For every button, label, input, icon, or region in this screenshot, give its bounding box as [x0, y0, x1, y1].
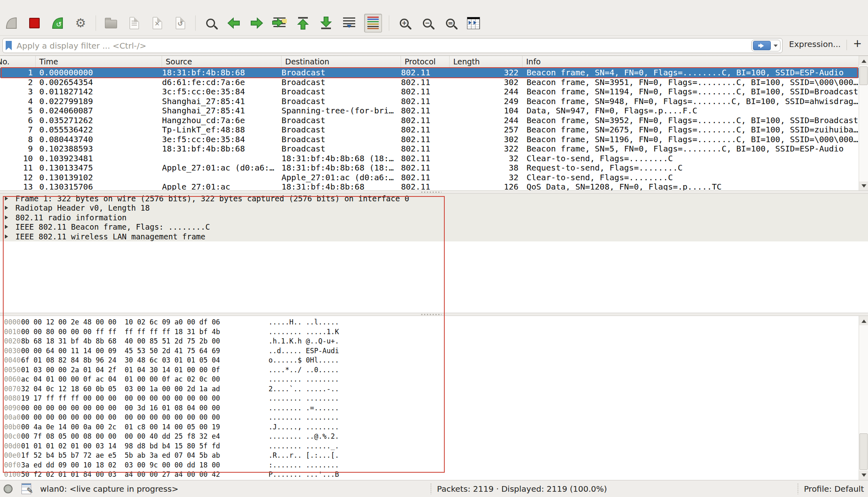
expand-arrow-icon[interactable] — [5, 215, 10, 220]
hex-row[interactable]: 00b0 00 4a 0e 14 00 0a 00 2c 01 c8 00 14… — [0, 422, 847, 432]
scroll-down-icon[interactable] — [859, 471, 868, 480]
apply-filter-button[interactable] — [753, 41, 771, 50]
zoom-in-icon[interactable]: + — [396, 15, 412, 31]
expand-arrow-icon[interactable] — [5, 225, 10, 229]
menu-item[interactable] — [106, 5, 117, 6]
scroll-up-icon[interactable] — [859, 56, 868, 65]
zoom-out-icon[interactable]: − — [419, 15, 435, 31]
column-header-time[interactable]: Time — [36, 56, 162, 68]
resize-columns-icon[interactable] — [465, 15, 482, 31]
packet-row[interactable]: 11 0.130133475 Apple_27:01:ac (d0:a6:… 1… — [0, 163, 859, 173]
scrollbar-thumb[interactable] — [859, 433, 868, 470]
packet-row[interactable]: 4 0.022799189 Shanghai_27:85:41 Broadcas… — [0, 97, 859, 107]
expand-arrow-icon[interactable] — [5, 196, 10, 201]
scroll-down-icon[interactable] — [859, 181, 868, 190]
hex-row[interactable]: 0070 32 04 0c 12 18 60 0b 05 03 00 1a 00… — [0, 384, 847, 394]
scrollbar-thumb[interactable] — [859, 66, 868, 85]
last-packet-icon[interactable] — [318, 15, 334, 31]
restart-capture-icon[interactable]: ↺ — [49, 15, 66, 31]
capture-comment-icon[interactable] — [21, 483, 31, 494]
detail-tree-row[interactable]: IEEE 802.11 wireless LAN management fram… — [0, 232, 868, 241]
packet-row[interactable]: 7 0.055536422 Tp-LinkT_ef:48:88 Broadcas… — [0, 125, 859, 135]
zoom-reset-icon[interactable]: = — [442, 15, 459, 31]
hex-row[interactable]: 00e0 1f 52 b4 b5 b7 72 ae e5 5b ab 3a ed… — [0, 451, 847, 461]
column-header-protocol[interactable]: Protocol — [401, 56, 450, 68]
menu-bar — [0, 0, 868, 11]
packet-row[interactable]: 3 0.011827142 3c:f5:cc:0e:35:84 Broadcas… — [0, 87, 859, 97]
start-capture-icon[interactable] — [3, 15, 19, 31]
packet-row[interactable]: 1 0.000000000 18:31:bf:4b:8b:68 Broadcas… — [0, 68, 859, 78]
close-file-icon[interactable]: ✕ — [149, 15, 165, 31]
hex-row[interactable]: 0030 00 00 64 00 11 14 00 09 45 53 50 2d… — [0, 346, 847, 356]
hex-row[interactable]: 00c0 00 7f 08 05 00 08 00 00 00 00 40 dd… — [0, 432, 847, 442]
hex-row[interactable]: 0100 50 f2 02 01 01 84 00 03 a4 00 00 27… — [0, 470, 847, 480]
detail-tree-row[interactable]: 802.11 radio information — [0, 213, 868, 222]
packet-row[interactable]: 6 0.035271262 Hangzhou_cd:7a:6e Broadcas… — [0, 116, 859, 126]
hex-row[interactable]: 00a0 00 00 00 00 00 00 00 00 00 00 00 00… — [0, 413, 847, 422]
menu-item[interactable] — [75, 5, 85, 6]
detail-tree-row[interactable]: IEEE 802.11 Beacon frame, Flags: .......… — [0, 222, 868, 232]
packet-row[interactable]: 5 0.024060087 Shanghai_27:85:41 Spanning… — [0, 106, 859, 116]
colorize-icon[interactable] — [364, 14, 382, 32]
pane-splitter[interactable] — [0, 190, 868, 194]
hex-scrollbar[interactable] — [859, 316, 868, 480]
hex-row[interactable]: 0040 6f 01 08 82 84 8b 96 24 30 48 6c 03… — [0, 356, 847, 365]
hex-row[interactable]: 0020 8b 68 18 31 bf 4b 8b 68 40 00 85 51… — [0, 337, 847, 346]
auto-scroll-icon[interactable] — [341, 15, 357, 31]
menu-item[interactable] — [64, 5, 75, 6]
packet-row[interactable]: 10 0.103923481 18:31:bf:4b:8b:68 (18:… 8… — [0, 154, 859, 164]
column-header-source[interactable]: Source — [162, 56, 282, 68]
filter-bookmark-icon[interactable] — [6, 41, 12, 50]
scroll-up-icon[interactable] — [859, 316, 868, 325]
menu-item[interactable] — [11, 5, 22, 6]
menu-item[interactable] — [1, 5, 11, 6]
expand-arrow-icon[interactable] — [5, 206, 10, 210]
menu-item[interactable] — [32, 5, 43, 6]
previous-packet-icon[interactable] — [226, 15, 242, 31]
add-filter-button[interactable]: + — [853, 37, 862, 49]
pane-splitter[interactable] — [0, 313, 868, 316]
statusbar-separator — [431, 484, 431, 494]
expert-info-icon[interactable] — [4, 484, 13, 493]
detail-tree-row[interactable]: Radiotap Header v0, Length 18 — [0, 203, 868, 213]
filter-history-dropdown-icon[interactable] — [774, 45, 778, 49]
column-header-length[interactable]: Length — [450, 56, 523, 68]
hex-row[interactable]: 0060 ac 04 01 00 00 0f ac 04 01 00 00 0f… — [0, 375, 847, 384]
packet-bytes-pane: 0000 00 00 12 00 2e 48 00 00 10 02 6c 09… — [0, 316, 868, 480]
detail-tree-row[interactable]: Frame 1: 322 bytes on wire (2576 bits), … — [0, 194, 868, 203]
find-packet-icon[interactable] — [203, 15, 219, 31]
capture-options-icon[interactable]: ⚙ — [73, 15, 89, 31]
hex-row[interactable]: 00f0 3a ed dd 09 00 10 18 02 03 00 9c 00… — [0, 461, 847, 470]
hex-row[interactable]: 0080 19 17 ff ff ff 00 00 00 00 00 00 00… — [0, 394, 847, 403]
packet-row[interactable]: 2 0.002654354 d6:61:fe:cd:7a:6e Broadcas… — [0, 78, 859, 87]
hex-row[interactable]: 00d0 01 01 01 02 01 00 03 14 98 d8 bd b4… — [0, 442, 847, 451]
next-packet-icon[interactable] — [249, 15, 265, 31]
hex-row[interactable]: 0010 00 00 80 00 00 00 ff ff ff ff ff ff… — [0, 327, 847, 337]
expression-button[interactable]: Expression... — [789, 39, 841, 49]
packet-row[interactable]: 12 0.130139102 Apple_27:01:ac (d0:a6:… 8… — [0, 173, 859, 183]
column-header-info[interactable]: Info — [523, 56, 859, 68]
column-header-no[interactable]: No. — [0, 56, 36, 68]
packet-row[interactable]: 8 0.080443740 3e:f5:cc:0e:35:84 Broadcas… — [0, 135, 859, 145]
hex-row[interactable]: 0000 00 00 12 00 2e 48 00 00 10 02 6c 09… — [0, 318, 847, 327]
packet-list-scrollbar[interactable] — [859, 56, 868, 190]
hex-row[interactable]: 0050 01 03 00 00 2a 01 04 2f 01 04 30 14… — [0, 365, 847, 375]
menu-item[interactable] — [43, 5, 53, 6]
menu-item[interactable] — [22, 5, 32, 6]
menu-item[interactable] — [85, 5, 96, 6]
profile-text[interactable]: Profile: Default — [804, 484, 864, 494]
stop-capture-icon[interactable] — [26, 15, 43, 31]
expand-arrow-icon[interactable] — [5, 235, 10, 239]
open-file-icon[interactable] — [103, 15, 119, 31]
hex-row[interactable]: 0090 00 00 00 00 00 00 00 00 00 3d 16 01… — [0, 403, 847, 413]
menu-item[interactable] — [53, 5, 64, 6]
packet-row[interactable]: 9 0.102388593 18:31:bf:4b:8b:68 Broadcas… — [0, 144, 859, 154]
goto-packet-icon[interactable] — [272, 15, 288, 31]
packet-row[interactable]: 13 0.130315706 Apple_27:01:ac 18:31:bf:4… — [0, 182, 859, 190]
first-packet-icon[interactable] — [295, 15, 311, 31]
reload-file-icon[interactable]: ↺ — [172, 15, 188, 31]
display-filter-input[interactable]: Apply a display filter ... <Ctrl-/> — [2, 38, 783, 53]
save-file-icon[interactable] — [126, 15, 142, 31]
column-header-destination[interactable]: Destination — [282, 56, 401, 68]
menu-item[interactable] — [96, 5, 106, 6]
